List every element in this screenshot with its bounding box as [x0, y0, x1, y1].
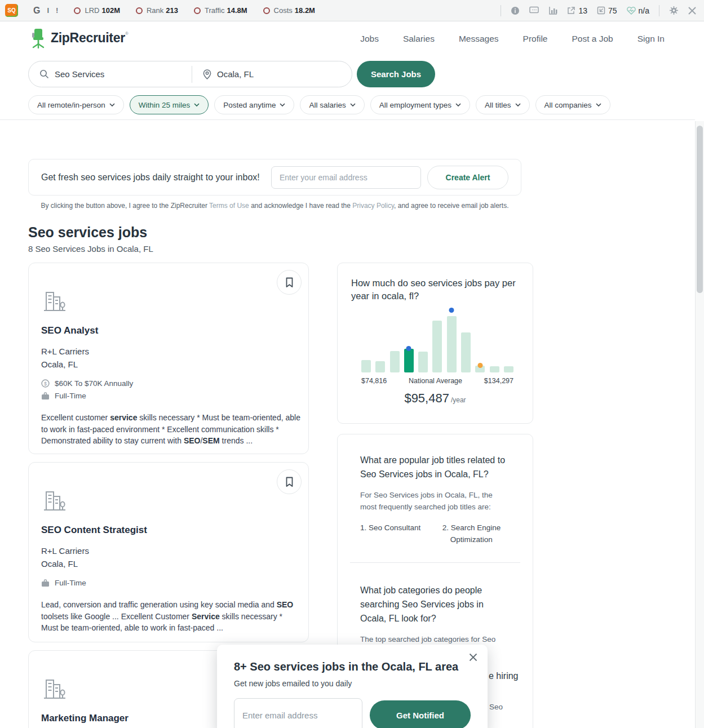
toolbar-divider	[501, 5, 501, 16]
job-employment-type: Full-Time	[55, 579, 86, 587]
ziprecruiter-logo[interactable]: ZipRecruiter ®	[30, 28, 129, 48]
job-location: Ocala, FL	[41, 359, 296, 369]
external-links-value: 13	[578, 6, 587, 15]
metric-ring-icon	[136, 7, 143, 14]
health-icon[interactable]: n/a	[627, 6, 649, 15]
filter-posted[interactable]: Posted anytime	[214, 95, 294, 114]
histogram-bar	[447, 316, 457, 372]
internal-links-count[interactable]: 75	[597, 6, 617, 15]
company-building-icon	[41, 490, 67, 513]
site-header: ZipRecruiter ® Jobs Salaries Messages Pr…	[0, 21, 704, 56]
google-icon[interactable]: G	[33, 6, 40, 16]
scrollbar-thumb[interactable]	[697, 126, 703, 293]
text-link[interactable]: Terms of Use	[209, 202, 249, 210]
filter-companies[interactable]: All companies	[535, 95, 610, 114]
chevron-down-icon	[515, 103, 521, 106]
gear-icon[interactable]	[669, 6, 679, 15]
faq-list-item[interactable]: 1. Seo Consultant	[360, 522, 432, 545]
text-link[interactable]: Privacy Policy	[352, 202, 394, 210]
metric-costs[interactable]: Costs 18.2M	[263, 6, 315, 15]
close-toolbar-icon[interactable]	[688, 7, 696, 15]
chart-axis-labels: $74,816 National Average $134,297	[361, 377, 513, 385]
job-title[interactable]: SEO Analyst	[41, 325, 296, 336]
index-bar-icon: I	[47, 6, 49, 15]
alert-disclaimer: By clicking the button above, I agree to…	[28, 202, 521, 210]
chevron-down-icon	[280, 103, 285, 106]
main-nav: Jobs Salaries Messages Profile Post a Jo…	[360, 21, 665, 56]
search-jobs-button[interactable]: Search Jobs	[357, 61, 435, 87]
partially-covered-text: e hiring	[489, 671, 518, 681]
faq-list-item[interactable]: 2. Search Engine Optimization	[442, 522, 510, 545]
job-company: R+L Carriers	[41, 546, 296, 556]
chart-marker-dot	[449, 308, 454, 313]
metric-value: 213	[166, 6, 178, 15]
alert-text: Get fresh seo services jobs daily straig…	[41, 172, 260, 183]
job-card[interactable]: SEO Content Strategist R+L Carriers Ocal…	[28, 462, 309, 642]
close-modal-button[interactable]	[467, 652, 479, 664]
filter-employment-types[interactable]: All employment types	[370, 95, 470, 114]
search-icon	[39, 69, 49, 79]
nav-salaries[interactable]: Salaries	[403, 34, 435, 44]
svg-text:$: $	[44, 381, 47, 387]
modal-email-input[interactable]	[234, 698, 362, 728]
info-icon[interactable]	[511, 6, 520, 15]
chair-logo-icon	[30, 28, 46, 48]
nav-messages[interactable]: Messages	[459, 34, 499, 44]
chevron-down-icon	[194, 103, 200, 106]
chart-mid-label: National Average	[409, 377, 462, 385]
job-card[interactable]: SEO Analyst R+L Carriers Ocala, FL $ $60…	[28, 263, 309, 454]
seoquake-logo-icon[interactable]: SQ	[5, 4, 18, 17]
external-links-count[interactable]: 13	[567, 6, 587, 15]
seo-extension-toolbar: SQ G I ! LRD 102M Rank 213 Traffic 14.8M…	[0, 0, 704, 21]
bookmark-button[interactable]	[277, 270, 302, 295]
average-suffix: /year	[451, 396, 466, 404]
create-alert-button[interactable]: Create Alert	[427, 166, 508, 189]
faq-divider	[350, 562, 520, 563]
nav-profile[interactable]: Profile	[523, 34, 548, 44]
chart-min-label: $74,816	[361, 377, 387, 385]
job-company: R+L Carriers	[41, 347, 296, 356]
metric-ring-icon	[194, 7, 201, 14]
filter-titles[interactable]: All titles	[476, 95, 530, 114]
location-pin-icon	[203, 69, 211, 79]
keyword-field[interactable]: Seo Services	[29, 69, 192, 79]
modal-title: 8+ Seo services jobs in the Ocala, FL ar…	[234, 660, 471, 673]
histogram-bar	[475, 366, 485, 372]
page-info-icon[interactable]	[529, 6, 539, 15]
keyword-value: Seo Services	[55, 69, 104, 79]
warning-icon: !	[56, 6, 58, 15]
search-bar: Seo Services Ocala, FL	[28, 61, 352, 87]
histogram-bar	[375, 361, 385, 372]
metric-rank[interactable]: Rank 213	[136, 6, 178, 15]
histogram-bar	[404, 349, 414, 372]
partially-covered-text: Seo	[489, 703, 503, 711]
nav-sign-in[interactable]: Sign In	[637, 34, 665, 44]
email-alert-bar: Get fresh seo services jobs daily straig…	[28, 159, 521, 196]
filter-salaries[interactable]: All salaries	[300, 95, 364, 114]
bookmark-button[interactable]	[277, 469, 302, 494]
metric-label: Rank	[147, 6, 163, 15]
histogram-bar	[461, 332, 471, 372]
salary-histogram-bars	[361, 316, 513, 372]
nav-jobs[interactable]: Jobs	[360, 34, 379, 44]
histogram-bar	[490, 366, 499, 372]
metric-lrd[interactable]: LRD 102M	[74, 6, 120, 15]
metric-traffic[interactable]: Traffic 14.8M	[194, 6, 247, 15]
filter-remote[interactable]: All remote/in-person	[28, 95, 124, 114]
metric-value: 18.2M	[295, 6, 315, 15]
metric-label: Traffic	[205, 6, 224, 15]
job-alert-modal: 8+ Seo services jobs in the Ocala, FL ar…	[217, 645, 488, 728]
faq-question: What job categories do people searching …	[360, 583, 510, 625]
page-scrollbar[interactable]	[695, 121, 704, 728]
density-chart-icon[interactable]	[548, 6, 557, 15]
alert-email-input[interactable]	[271, 166, 421, 189]
health-value: n/a	[639, 6, 649, 15]
job-title[interactable]: SEO Content Strategist	[41, 525, 296, 536]
nav-post-a-job[interactable]: Post a Job	[572, 34, 613, 44]
filter-distance[interactable]: Within 25 miles	[130, 95, 209, 114]
location-field[interactable]: Ocala, FL	[192, 69, 254, 79]
get-notified-button[interactable]: Get Notified	[370, 700, 471, 728]
metric-label: Costs	[274, 6, 293, 15]
job-description: Lead, conversion and traffic generation …	[41, 599, 302, 634]
filter-row: All remote/in-person Within 25 miles Pos…	[28, 95, 610, 114]
